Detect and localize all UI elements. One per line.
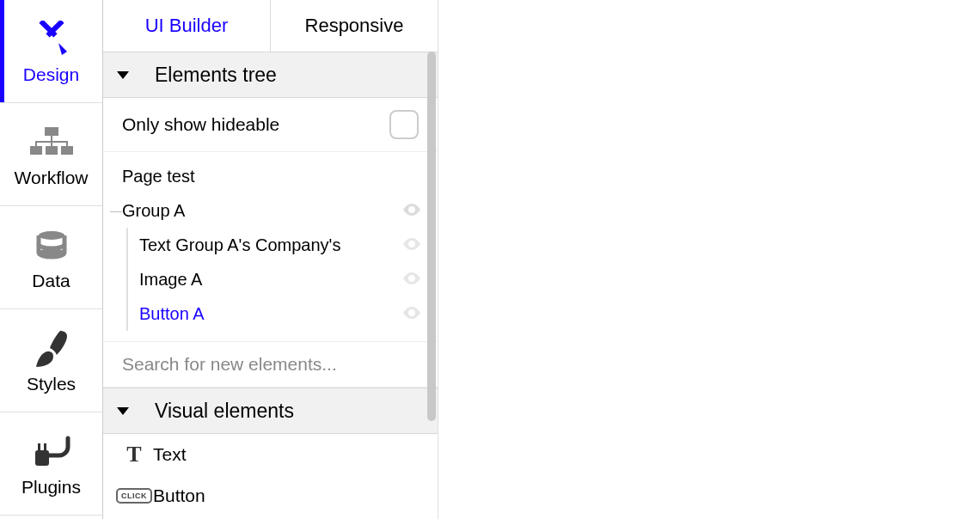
chevron-down-icon [117, 71, 129, 79]
tree-item-group-a-label: Group A [122, 201, 185, 221]
tree-item-group-a[interactable]: — Group A [122, 193, 427, 228]
nav-plugins-label: Plugins [21, 477, 81, 498]
styles-icon [34, 327, 69, 370]
svg-rect-3 [45, 127, 58, 136]
svg-rect-4 [30, 146, 42, 155]
workflow-icon [28, 121, 75, 164]
nav-workflow[interactable]: Workflow [0, 103, 102, 206]
collapse-icon[interactable]: — [110, 204, 122, 217]
tree-item-page-label: Page test [122, 167, 195, 186]
svg-rect-6 [61, 146, 73, 155]
svg-rect-15 [38, 443, 40, 450]
tab-ui-builder[interactable]: UI Builder [103, 0, 271, 52]
left-nav: Design Workflow Data Styles Plugins [0, 0, 103, 519]
tree-item-text-company-label: Text Group A's Company's [139, 235, 340, 255]
nav-design-label: Design [23, 64, 79, 85]
panel-body: Elements tree Only show hideable Page te… [103, 52, 438, 519]
eye-icon[interactable] [403, 271, 420, 289]
section-visual-elements-label: Visual elements [155, 400, 294, 423]
nav-styles[interactable]: Styles [0, 309, 102, 412]
only-show-hideable-label: Only show hideable [122, 114, 279, 135]
tab-responsive[interactable]: Responsive [271, 0, 438, 52]
scrollbar[interactable] [426, 52, 438, 519]
svg-rect-16 [44, 443, 46, 450]
design-icon [33, 18, 70, 61]
svg-marker-2 [58, 43, 67, 55]
section-visual-elements[interactable]: Visual elements [103, 388, 438, 434]
tree-item-button-a[interactable]: Button A [122, 296, 427, 331]
plugins-icon [32, 430, 71, 473]
only-show-hideable-checkbox[interactable] [389, 110, 419, 139]
svg-rect-10 [51, 141, 52, 146]
tree-item-text-company[interactable]: Text Group A's Company's [122, 228, 427, 262]
section-elements-tree-label: Elements tree [155, 64, 277, 87]
nav-design[interactable]: Design [0, 0, 102, 103]
scrollbar-thumb[interactable] [427, 52, 436, 421]
text-icon: T [115, 442, 153, 467]
svg-rect-9 [35, 141, 37, 146]
tree-item-page[interactable]: Page test [122, 159, 427, 193]
nav-data-label: Data [32, 271, 70, 291]
svg-rect-5 [46, 146, 58, 155]
svg-point-13 [39, 248, 64, 257]
svg-rect-14 [35, 450, 49, 466]
section-elements-tree[interactable]: Elements tree [103, 52, 438, 98]
element-button-label: Button [153, 485, 205, 506]
data-icon [34, 224, 69, 267]
element-text[interactable]: T Text [103, 434, 438, 475]
panel-tabs: UI Builder Responsive [103, 0, 438, 52]
nav-workflow-label: Workflow [15, 168, 89, 188]
svg-rect-7 [51, 136, 52, 141]
search-input[interactable] [122, 354, 419, 375]
button-icon: CLICK [115, 488, 153, 504]
element-button[interactable]: CLICK Button [103, 475, 438, 516]
svg-point-12 [39, 231, 64, 240]
eye-icon[interactable] [403, 202, 420, 220]
elements-tree: Page test — Group A Text Group A's Compa… [103, 152, 438, 342]
tree-item-image-a-label: Image A [139, 270, 202, 290]
search-row [103, 342, 438, 388]
nav-plugins[interactable]: Plugins [0, 412, 102, 516]
tree-item-image-a[interactable]: Image A [122, 262, 427, 296]
nav-data[interactable]: Data [0, 206, 102, 309]
tree-item-button-a-label: Button A [139, 304, 205, 324]
eye-icon[interactable] [403, 305, 420, 323]
nav-styles-label: Styles [27, 374, 76, 394]
eye-icon[interactable] [403, 236, 420, 254]
editor-panel: UI Builder Responsive Elements tree Only… [103, 0, 438, 519]
only-show-hideable-row: Only show hideable [103, 98, 438, 152]
chevron-down-icon [117, 407, 129, 415]
element-text-label: Text [153, 444, 187, 465]
svg-rect-11 [66, 141, 68, 146]
